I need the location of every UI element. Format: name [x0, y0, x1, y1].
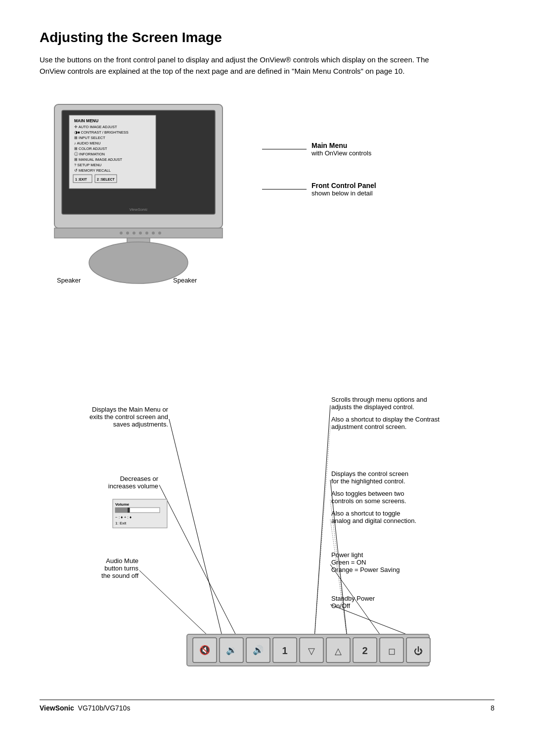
control-panel-section: Displays the Main Menu or exits the cont…	[40, 324, 494, 680]
svg-text:Speaker: Speaker	[173, 277, 197, 284]
svg-text:increases volume: increases volume	[108, 482, 158, 490]
svg-text:✛  AUTO IMAGE ADJUST: ✛ AUTO IMAGE ADJUST	[74, 125, 117, 129]
svg-text:Displays the Main Menu or: Displays the Main Menu or	[92, 406, 169, 413]
footer-brand: ViewSonic VG710b/VG710s	[40, 704, 130, 712]
svg-point-19	[120, 232, 123, 235]
svg-text:adjustment control screen.: adjustment control screen.	[331, 423, 406, 430]
svg-text:Orange = Power Saving: Orange = Power Saving	[331, 566, 400, 573]
svg-line-69	[330, 605, 415, 638]
footer-page-number: 8	[490, 704, 494, 712]
svg-text:⊞  INPUT SELECT: ⊞ INPUT SELECT	[74, 136, 105, 140]
svg-text:Decreases or: Decreases or	[120, 475, 159, 482]
svg-text:for the highlighted control.: for the highlighted control.	[331, 477, 405, 485]
svg-text:2: 2	[362, 645, 367, 656]
control-panel-diagram: Displays the Main Menu or exits the cont…	[40, 324, 494, 680]
svg-text:Standby Power: Standby Power	[331, 595, 375, 602]
callout-front-panel-label: Front Control Panel	[312, 182, 376, 189]
svg-text:button turns: button turns	[104, 565, 138, 572]
svg-line-47	[139, 570, 210, 638]
svg-text:⏻: ⏻	[414, 646, 423, 656]
svg-point-21	[133, 232, 135, 235]
svg-rect-18	[54, 228, 222, 238]
page-footer: ViewSonic VG710b/VG710s 8	[40, 700, 494, 712]
svg-rect-41	[128, 508, 130, 513]
callout-front-panel-sub: shown below in detail	[312, 189, 376, 197]
svg-text:▽: ▽	[308, 646, 315, 656]
svg-point-22	[139, 232, 142, 235]
svg-point-23	[145, 232, 148, 235]
svg-text:1 :EXIT: 1 :EXIT	[75, 178, 87, 181]
svg-text:Displays the control screen: Displays the control screen	[331, 470, 408, 477]
svg-text:Green = ON: Green = ON	[331, 559, 366, 566]
page-title: Adjusting the Screen Image	[40, 30, 494, 46]
svg-text:♪  AUDIO MENU: ♪ AUDIO MENU	[74, 141, 100, 145]
svg-text:◑■ CONTRAST / BRIGHTNESS: ◑■ CONTRAST / BRIGHTNESS	[74, 130, 129, 135]
svg-text:ⓘ  INFORMATION: ⓘ INFORMATION	[74, 152, 105, 156]
svg-text:Speaker: Speaker	[57, 277, 81, 284]
svg-line-36	[159, 485, 237, 638]
svg-text:◻: ◻	[388, 646, 396, 656]
svg-text:exits the control screen and: exits the control screen and	[89, 413, 168, 421]
svg-text:🔉: 🔉	[226, 645, 237, 656]
svg-text:analog and digital connection.: analog and digital connection.	[331, 517, 416, 524]
svg-point-25	[158, 232, 161, 235]
svg-text:⊞  COLOR ADJUST: ⊞ COLOR ADJUST	[74, 146, 107, 151]
svg-text:saves adjustments.: saves adjustments.	[113, 421, 168, 428]
svg-text:2 :SELECT: 2 :SELECT	[97, 178, 115, 181]
svg-line-33	[169, 419, 222, 638]
svg-line-62	[330, 520, 347, 638]
svg-point-24	[152, 232, 155, 235]
svg-text:ViewSonic: ViewSonic	[129, 207, 147, 212]
svg-text:Volume: Volume	[115, 502, 130, 507]
svg-text:Scrolls through menu options a: Scrolls through menu options and	[331, 396, 427, 403]
svg-text:?  SETUP MENU: ? SETUP MENU	[74, 163, 101, 167]
svg-text:1: 1	[282, 645, 287, 656]
svg-text:1: Exit: 1: Exit	[115, 521, 127, 525]
svg-point-20	[126, 232, 129, 235]
svg-text:🔇: 🔇	[199, 645, 211, 656]
svg-text:controls on some screens.: controls on some screens.	[331, 497, 406, 505]
svg-text:Also a shortcut to toggle: Also a shortcut to toggle	[331, 510, 400, 517]
callout-main-menu-sub: with OnView controls	[312, 149, 371, 157]
svg-text:− : ♦          + : ♦: − : ♦ + : ♦	[115, 515, 132, 520]
callout-labels: Main Menu with OnView controls Front Con…	[247, 94, 494, 197]
svg-text:MAIN MENU: MAIN MENU	[74, 118, 98, 123]
svg-text:🔊: 🔊	[253, 645, 264, 656]
svg-text:↺  MEMORY RECALL: ↺ MEMORY RECALL	[74, 168, 111, 173]
svg-text:Also a shortcut to display the: Also a shortcut to display the Contrast	[331, 416, 440, 423]
monitor-illustration: MAIN MENU ✛ AUTO IMAGE ADJUST ◑■ CONTRAS…	[40, 94, 247, 304]
intro-paragraph: Use the buttons on the front control pan…	[40, 54, 435, 77]
svg-line-50	[314, 405, 330, 638]
callout-main-menu-label: Main Menu	[312, 142, 371, 149]
svg-text:⊞  MANUAL IMAGE ADJUST: ⊞ MANUAL IMAGE ADJUST	[74, 157, 123, 162]
svg-text:Also toggles between two: Also toggles between two	[331, 490, 404, 497]
svg-text:the sound off: the sound off	[101, 572, 138, 579]
svg-text:Audio Mute: Audio Mute	[106, 557, 138, 565]
svg-text:adjusts the displayed control.: adjusts the displayed control.	[331, 403, 414, 411]
monitor-diagram-section: MAIN MENU ✛ AUTO IMAGE ADJUST ◑■ CONTRAS…	[40, 94, 494, 304]
svg-line-53	[314, 425, 330, 638]
svg-text:Power light: Power light	[331, 551, 363, 559]
svg-text:△: △	[335, 646, 342, 656]
